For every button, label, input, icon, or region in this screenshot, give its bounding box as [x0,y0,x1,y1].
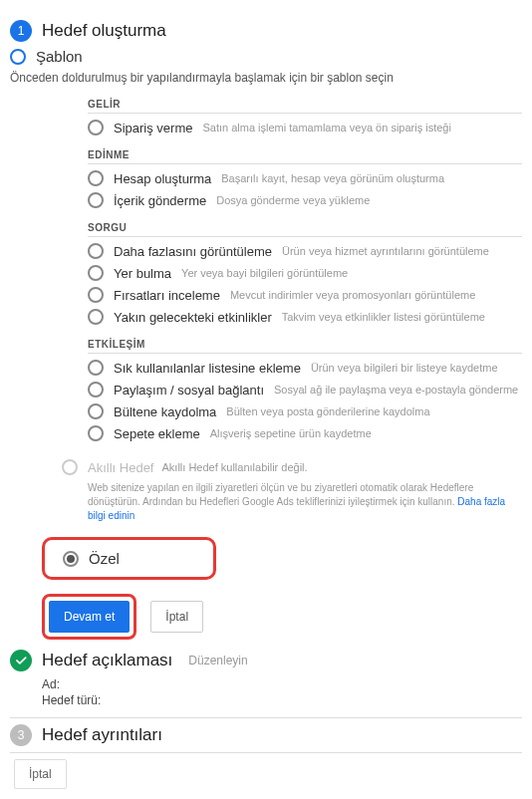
radio-icon [88,287,104,303]
step-describe-title: Hedef açıklaması [42,650,172,670]
goal-option-events[interactable]: Yakın gelecekteki etkinlikler Takvim vey… [88,309,522,325]
cancel-button[interactable]: İptal [150,601,203,633]
custom-radio-row[interactable]: Özel [63,550,195,567]
option-hint: Ürün veya hizmet ayrıntılarını görüntüle… [282,245,489,257]
option-label: İçerik gönderme [114,193,206,208]
group-header-engagement: ETKİLEŞİM [88,339,522,354]
radio-icon [88,192,104,208]
step-create: 1 Hedef oluşturma [10,20,522,42]
option-hint: Sosyal ağ ile paylaşma veya e-postayla g… [274,384,518,396]
option-hint: Dosya gönderme veya yükleme [216,194,370,206]
template-description: Önceden doldurulmuş bir yapılandırmayla … [10,71,522,85]
option-label: Daha fazlasını görüntüleme [114,244,272,259]
goal-option-share[interactable]: Paylaşım / sosyal bağlantı Sosyal ağ ile… [88,382,522,398]
group-header-inquiry: SORGU [88,222,522,237]
radio-icon [88,309,104,325]
goal-option-content[interactable]: İçerik gönderme Dosya gönderme veya yükl… [88,192,522,208]
goal-option-newsletter[interactable]: Bültene kaydolma Bülten veya posta gönde… [88,403,522,419]
option-label: Yakın gelecekteki etkinlikler [114,310,272,325]
option-label: Sık kullanılanlar listesine ekleme [114,361,301,376]
option-hint: Mevcut indirimler veya promosyonları gör… [230,289,475,301]
option-label: Bültene kaydolma [114,404,216,419]
radio-icon [88,403,104,419]
smart-goal-desc-text: Web sitenize yapılan en ilgili ziyaretle… [88,482,473,507]
goal-name-label: Ad: [42,677,522,691]
smart-goal-block: Akıllı Hedef Akıllı Hedef kullanılabilir… [62,459,522,523]
option-hint: Takvim veya etkinlikler listesi görüntül… [282,311,485,323]
divider [10,752,522,753]
goal-option-more[interactable]: Daha fazlasını görüntüleme Ürün veya hiz… [88,243,522,259]
radio-icon [88,170,104,186]
smart-goal-hint: Akıllı Hedef kullanılabilir değil. [161,461,307,473]
goal-type-label: Hedef türü: [42,693,522,707]
radio-icon [88,360,104,376]
radio-icon [88,120,104,135]
option-hint: Bülten veya posta gönderilerine kaydolma [226,405,429,417]
custom-radio-highlight: Özel [42,537,216,580]
radio-icon [88,425,104,441]
option-label: Paylaşım / sosyal bağlantı [114,383,264,398]
goal-option-order[interactable]: Sipariş verme Satın alma işlemi tamamlam… [88,120,522,135]
option-hint: Yer veya bayi bilgileri görüntüleme [181,267,348,279]
radio-icon-disabled [62,459,78,475]
option-label: Fırsatları inceleme [114,288,220,303]
option-hint: Ürün veya bilgileri bir listeye kaydetme [311,362,498,374]
option-hint: Alışveriş sepetine ürün kaydetme [210,427,372,439]
goal-option-account[interactable]: Hesap oluşturma Başarılı kayıt, hesap ve… [88,170,522,186]
radio-icon [88,382,104,398]
step-details: 3 Hedef ayrıntıları [10,724,522,746]
option-label: Sepete ekleme [114,426,200,441]
template-radio-row[interactable]: Şablon [10,48,522,65]
footer-cancel-button[interactable]: İptal [14,759,67,789]
continue-button-highlight: Devam et [42,594,136,640]
continue-button[interactable]: Devam et [49,601,130,633]
goal-option-location[interactable]: Yer bulma Yer veya bayi bilgileri görünt… [88,265,522,281]
step-create-title: Hedef oluşturma [42,20,166,41]
template-radio-label: Şablon [36,48,83,65]
divider [10,717,522,718]
smart-goal-description: Web sitenize yapılan en ilgili ziyaretle… [88,481,522,523]
step-number-badge: 1 [10,20,32,42]
option-label: Yer bulma [114,266,171,281]
custom-radio-label: Özel [89,550,120,567]
group-header-revenue: GELİR [88,99,522,114]
goal-option-cart[interactable]: Sepete ekleme Alışveriş sepetine ürün ka… [88,425,522,441]
goal-option-favorites[interactable]: Sık kullanılanlar listesine ekleme Ürün … [88,360,522,376]
option-hint: Başarılı kayıt, hesap veya görünüm oluşt… [221,172,444,184]
option-label: Hesap oluşturma [114,171,211,186]
smart-goal-label: Akıllı Hedef [88,460,153,475]
group-header-acquisition: EDİNME [88,149,522,164]
step-describe-edit[interactable]: Düzenleyin [188,650,247,667]
goal-option-deals[interactable]: Fırsatları inceleme Mevcut indirimler ve… [88,287,522,303]
option-label: Sipariş verme [114,121,192,135]
radio-icon [88,265,104,281]
step-details-title: Hedef ayrıntıları [42,724,162,745]
radio-icon [10,49,26,65]
step-number-badge: 3 [10,724,32,746]
checkmark-icon [10,650,32,671]
radio-icon-selected [63,551,79,567]
option-hint: Satın alma işlemi tamamlama veya ön sipa… [202,122,450,133]
radio-icon [88,243,104,259]
